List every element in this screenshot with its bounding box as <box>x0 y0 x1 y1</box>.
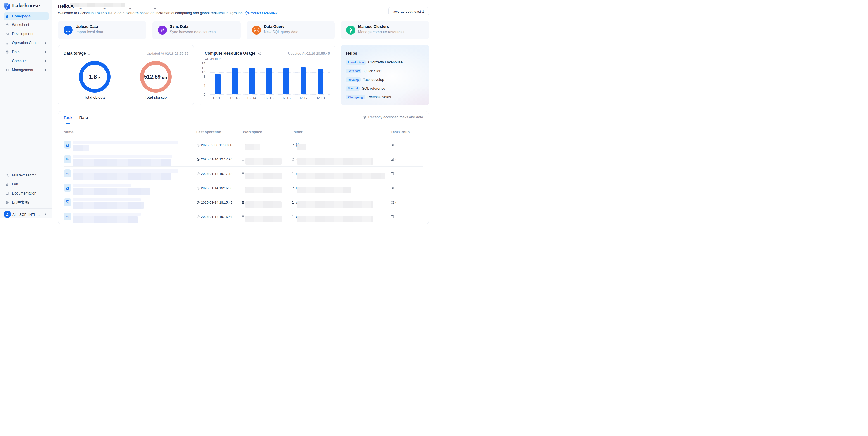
svg-text:SQL: SQL <box>254 29 259 31</box>
svg-text:中: 中 <box>27 202 28 204</box>
